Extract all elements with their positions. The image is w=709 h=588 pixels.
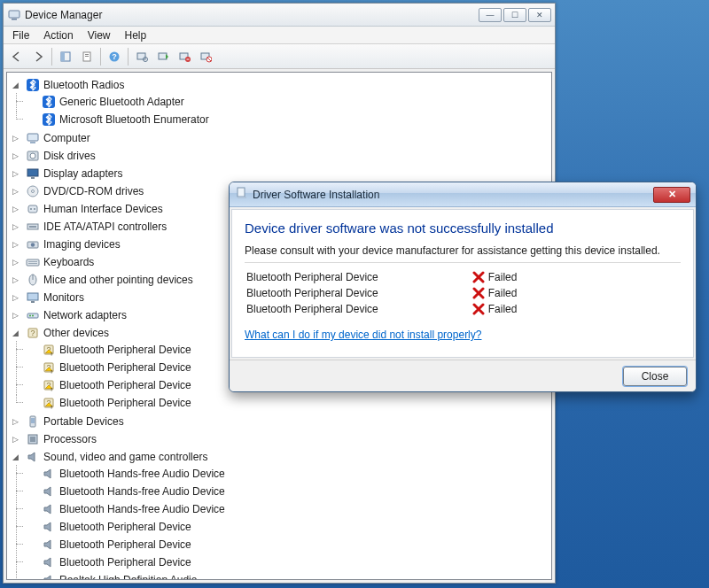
dlg-close-x-button[interactable]: ✕ bbox=[653, 187, 690, 203]
svg-point-33 bbox=[31, 243, 35, 246]
expand-icon[interactable]: ▷ bbox=[11, 275, 20, 285]
maximize-button[interactable]: ☐ bbox=[503, 8, 526, 22]
dlg-device-name: Bluetooth Peripheral Device bbox=[246, 270, 471, 284]
svg-rect-59 bbox=[31, 418, 35, 423]
svg-rect-69 bbox=[238, 197, 246, 198]
expand-icon[interactable]: ▷ bbox=[11, 417, 20, 427]
installer-icon bbox=[235, 186, 249, 203]
expand-icon[interactable]: ▷ bbox=[11, 240, 20, 250]
tree-item[interactable]: Generic Bluetooth Adapter bbox=[25, 94, 549, 110]
disk-icon bbox=[26, 149, 40, 163]
toolbar-disable-button[interactable] bbox=[196, 47, 215, 66]
tree-item-label: Microsoft Bluetooth Enumerator bbox=[59, 113, 209, 126]
failed-icon bbox=[472, 271, 485, 283]
tree-item-label: Bluetooth Peripheral Device bbox=[59, 556, 191, 569]
expand-icon[interactable]: ▷ bbox=[11, 169, 20, 179]
expand-icon[interactable]: ▷ bbox=[11, 134, 20, 143]
tree-item-label: Portable Devices bbox=[43, 415, 124, 428]
tree-item-label: Human Interface Devices bbox=[43, 203, 163, 215]
device-manager-icon bbox=[7, 8, 21, 22]
expand-icon[interactable]: ▷ bbox=[11, 222, 20, 232]
expand-icon[interactable]: ▷ bbox=[11, 187, 20, 197]
tree-item[interactable]: ▷Display adapters bbox=[9, 166, 549, 182]
collapse-icon[interactable]: ◢ bbox=[11, 329, 20, 338]
bluetooth-icon bbox=[42, 112, 56, 127]
toolbar-back-button[interactable] bbox=[7, 47, 27, 66]
dlg-titlebar[interactable]: Driver Software Installation ✕ bbox=[230, 182, 696, 207]
svg-rect-35 bbox=[28, 261, 37, 262]
other-icon: ?! bbox=[42, 343, 56, 357]
computer-icon bbox=[26, 131, 40, 145]
toolbar-separator bbox=[100, 48, 101, 66]
svg-text:?: ? bbox=[30, 329, 35, 337]
dlg-device-name: Bluetooth Peripheral Device bbox=[246, 302, 471, 316]
tree-item-label: Keyboards bbox=[43, 256, 94, 268]
toolbar-scan-button[interactable] bbox=[132, 47, 152, 66]
toolbar-help-button[interactable]: ? bbox=[105, 47, 124, 66]
hid-icon bbox=[26, 202, 40, 216]
menu-view[interactable]: View bbox=[82, 28, 116, 43]
svg-point-29 bbox=[34, 208, 35, 210]
tree-item[interactable]: ◢Sound, video and game controllers bbox=[9, 449, 549, 465]
tree-item-label: Disk drives bbox=[43, 150, 96, 162]
tree-item[interactable]: Bluetooth Peripheral Device bbox=[25, 519, 549, 535]
svg-rect-61 bbox=[30, 437, 35, 442]
svg-rect-39 bbox=[27, 293, 38, 300]
other-icon: ?! bbox=[42, 378, 56, 392]
dvd-icon bbox=[26, 184, 40, 198]
tree-item[interactable]: Bluetooth Hands-free Audio Device bbox=[25, 501, 549, 517]
close-button[interactable]: ✕ bbox=[528, 8, 551, 22]
tree-item[interactable]: Bluetooth Peripheral Device bbox=[25, 554, 549, 570]
svg-rect-9 bbox=[137, 53, 145, 59]
tree-item[interactable]: ▷Portable Devices bbox=[9, 414, 549, 429]
svg-point-43 bbox=[32, 315, 34, 317]
svg-rect-20 bbox=[30, 142, 35, 143]
toolbar-forward-button[interactable] bbox=[28, 47, 48, 66]
tree-item[interactable]: ▷Processors bbox=[9, 431, 549, 447]
expand-icon[interactable]: ▷ bbox=[11, 311, 20, 321]
dlg-body: Device driver software was not successfu… bbox=[231, 209, 694, 358]
tree-item[interactable]: Bluetooth Hands-free Audio Device bbox=[25, 484, 549, 499]
driver-install-dialog: Driver Software Installation ✕ Device dr… bbox=[229, 182, 697, 392]
dlg-heading: Device driver software was not successfu… bbox=[245, 220, 681, 236]
tree-item[interactable]: Realtek High Definition Audio bbox=[25, 572, 549, 580]
expand-icon[interactable]: ▷ bbox=[11, 205, 20, 214]
dlg-device-name: Bluetooth Peripheral Device bbox=[246, 286, 471, 300]
svg-point-26 bbox=[32, 190, 35, 193]
expand-icon[interactable]: ▷ bbox=[11, 258, 20, 267]
tree-item[interactable]: Bluetooth Hands-free Audio Device bbox=[25, 466, 549, 482]
tree-item-label: DVD/CD-ROM drives bbox=[43, 185, 144, 197]
toolbar-uninstall-button[interactable] bbox=[175, 47, 194, 66]
tree-item[interactable]: ▷Computer bbox=[9, 130, 549, 146]
dlg-close-button[interactable]: Close bbox=[623, 367, 687, 386]
expand-icon[interactable]: ▷ bbox=[11, 435, 20, 445]
dlg-help-link[interactable]: What can I do if my device did not insta… bbox=[245, 329, 681, 341]
svg-rect-23 bbox=[27, 169, 38, 176]
collapse-icon[interactable]: ◢ bbox=[11, 81, 20, 90]
expand-icon[interactable]: ▷ bbox=[11, 151, 20, 161]
dm-titlebar[interactable]: Device Manager — ☐ ✕ bbox=[4, 4, 555, 27]
menu-file[interactable]: File bbox=[7, 28, 35, 43]
menu-help[interactable]: Help bbox=[120, 28, 152, 43]
tree-item-label: Bluetooth Hands-free Audio Device bbox=[59, 468, 225, 480]
processor-icon bbox=[26, 432, 40, 446]
minimize-button[interactable]: — bbox=[479, 8, 502, 22]
tree-item[interactable]: Bluetooth Peripheral Device bbox=[25, 537, 549, 553]
tree-item[interactable]: Microsoft Bluetooth Enumerator bbox=[25, 112, 549, 128]
failed-icon bbox=[472, 303, 485, 315]
sound-icon bbox=[42, 555, 56, 569]
tree-item[interactable]: ?!Bluetooth Peripheral Device bbox=[25, 395, 549, 411]
collapse-icon[interactable]: ◢ bbox=[11, 453, 20, 462]
expand-icon[interactable]: ▷ bbox=[11, 293, 20, 303]
tree-item[interactable]: ▷Disk drives bbox=[9, 148, 549, 164]
dlg-device-status: Failed bbox=[472, 270, 679, 284]
toolbar-update-driver-button[interactable] bbox=[153, 47, 173, 66]
keyboard-icon bbox=[26, 255, 40, 269]
portable-icon bbox=[26, 414, 40, 429]
other-icon: ? bbox=[26, 326, 40, 340]
tree-item[interactable]: ◢Bluetooth Radios bbox=[9, 77, 549, 93]
toolbar-properties-button[interactable] bbox=[77, 47, 97, 66]
menu-action[interactable]: Action bbox=[38, 28, 78, 43]
toolbar-show-hide-button[interactable] bbox=[56, 47, 75, 66]
tree-item-label: Bluetooth Peripheral Device bbox=[59, 379, 191, 391]
